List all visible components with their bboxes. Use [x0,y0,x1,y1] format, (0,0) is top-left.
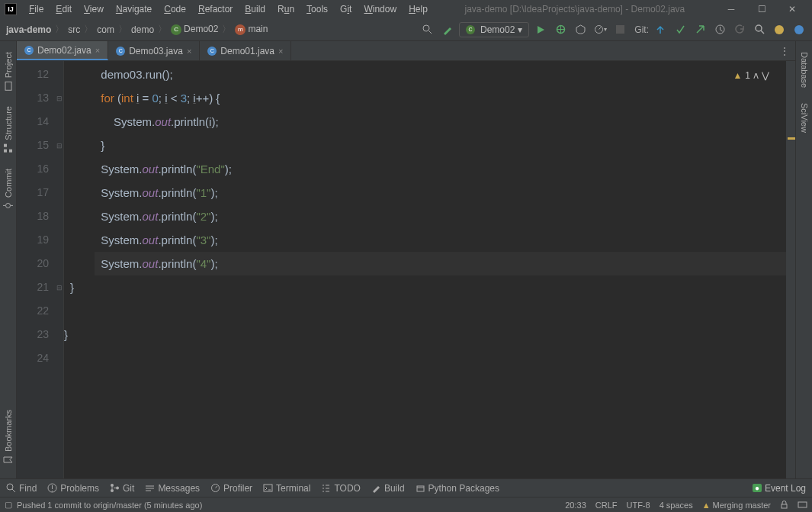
code-line[interactable]: System.out.println("4"); [95,252,786,275]
line-separator[interactable]: CRLF [595,501,618,510]
event-log-tool[interactable]: ● Event Log [753,483,806,494]
error-stripe[interactable] [786,61,795,478]
warning-marker[interactable] [788,137,795,140]
indent-setting[interactable]: 4 spaces [660,501,693,510]
commit-tool-tab[interactable]: Commit [2,161,14,218]
close-icon[interactable]: × [187,47,191,56]
git-push-button[interactable] [692,21,708,38]
structure-tool-tab[interactable]: Structure [2,98,14,161]
debug-button[interactable] [552,21,569,38]
editor-body: 121314 151617 181920 212223 24 ⊟ ⊟ ⊟ dem… [17,61,795,478]
editor-container: C Demo02.java × C Demo03.java × C Demo01… [17,41,795,478]
crumb-method[interactable]: mmain [233,24,269,35]
menu-navigate[interactable]: Navigate [110,4,158,14]
build-tool[interactable]: Build [371,483,405,494]
code-line[interactable]: } [95,134,786,157]
code-line[interactable]: } [64,275,786,299]
menu-build[interactable]: Build [239,4,271,14]
code-line[interactable]: System.out.println("2"); [95,204,786,228]
tab-demo01[interactable]: C Demo01.java × [200,41,291,60]
fold-column[interactable]: ⊟ ⊟ ⊟ [55,61,64,478]
fold-end-icon[interactable]: ⊟ [55,275,63,299]
menu-tools[interactable]: Tools [300,4,334,14]
code-line[interactable]: System.out.println("3"); [95,228,786,252]
crumb-project[interactable]: java-demo [5,24,53,35]
minimize-button[interactable]: ─ [716,2,746,17]
problems-tool[interactable]: Problems [47,483,99,494]
ide-settings-button[interactable] [771,21,788,38]
crumb-class[interactable]: CDemo02 [169,24,220,35]
code-line[interactable]: demo03.run(); [95,63,786,86]
file-encoding[interactable]: UTF-8 [626,501,650,510]
profile-button[interactable]: ▾ [592,21,608,38]
menu-git[interactable]: Git [334,4,358,14]
terminal-tool[interactable]: Terminal [263,483,310,494]
menu-file[interactable]: File [23,4,50,14]
svg-rect-9 [4,150,7,153]
run-config-name: Demo02 [480,24,515,35]
menu-window[interactable]: Window [358,4,403,14]
git-update-button[interactable] [652,21,669,38]
ide-updates-button[interactable] [791,21,807,38]
menu-edit[interactable]: Edit [50,4,78,14]
stop-button[interactable] [611,21,628,38]
tab-demo02[interactable]: C Demo02.java × [17,41,108,60]
crumb-demo[interactable]: demo [130,24,156,35]
git-commit-button[interactable] [672,21,688,38]
java-class-icon: C [116,47,125,56]
code-line[interactable] [95,299,786,323]
todo-tool[interactable]: TODO [321,483,360,494]
crumb-com[interactable]: com [95,24,116,35]
menu-help[interactable]: Help [403,4,434,14]
maximize-button[interactable]: ☐ [746,2,777,17]
fold-icon[interactable]: ⊟ [55,86,63,110]
project-tool-tab[interactable]: Project [2,44,14,98]
code-area[interactable]: demo03.run(); for (int i = 0; i < 3; i++… [64,61,786,478]
search-everywhere-button[interactable] [751,21,768,38]
code-line[interactable]: for (int i = 0; i < 3; i++) { [95,86,786,110]
memory-indicator[interactable] [798,501,807,509]
sciview-tool-tab[interactable]: SciView [799,95,810,140]
run-config-selector[interactable]: C Demo02 ▾ [459,22,529,37]
python-packages-tool[interactable]: Python Packages [416,483,499,494]
code-line[interactable]: System.out.println("End"); [95,157,786,181]
code-line[interactable]: System.out.println("1"); [95,181,786,204]
line-gutter[interactable]: 121314 151617 181920 212223 24 [17,61,55,478]
code-line[interactable]: System.out.println(i); [95,110,786,134]
close-icon[interactable]: × [278,47,283,56]
database-tool-tab[interactable]: Database [799,44,810,95]
code-line[interactable]: } [64,323,786,346]
rollback-button[interactable] [731,21,748,38]
event-log-badge: ● [753,484,762,492]
messages-tool[interactable]: Messages [145,483,200,494]
chevron-up-icon[interactable]: ʌ [753,64,759,88]
app-icon: IJ [5,3,17,15]
menu-refactor[interactable]: Refactor [192,4,239,14]
build-hammer-icon[interactable] [439,21,456,38]
menu-run[interactable]: Run [271,4,300,14]
git-history-button[interactable] [711,21,728,38]
tabs-more-icon[interactable]: ⋮ [774,41,795,60]
code-line[interactable] [95,346,786,370]
lock-icon[interactable] [780,501,788,509]
git-branch-status[interactable]: ▲Merging master [702,501,771,510]
close-button[interactable]: ✕ [777,2,807,17]
close-icon[interactable]: × [95,46,100,55]
menu-code[interactable]: Code [158,4,192,14]
menu-view[interactable]: View [78,4,110,14]
profiler-tool[interactable]: Profiler [210,483,252,494]
add-config-button[interactable] [419,21,436,38]
cursor-position[interactable]: 20:33 [565,501,586,510]
toolbar-right: C Demo02 ▾ ▾ Git: [419,21,807,38]
tab-demo03[interactable]: C Demo03.java × [108,41,200,60]
run-button[interactable] [532,21,549,38]
crumb-src[interactable]: src [66,24,82,35]
git-tool[interactable]: Git [110,483,134,494]
toolwindow-quick-icon[interactable]: ▢ [5,500,12,510]
bookmarks-tool-tab[interactable]: Bookmarks [2,402,14,472]
find-tool[interactable]: Find [6,483,37,494]
chevron-down-icon[interactable]: ⋁ [762,64,769,88]
coverage-button[interactable] [572,21,589,38]
fold-end-icon[interactable]: ⊟ [55,134,63,157]
inspection-widget[interactable]: ▲ 1 ʌ ⋁ [733,64,769,88]
